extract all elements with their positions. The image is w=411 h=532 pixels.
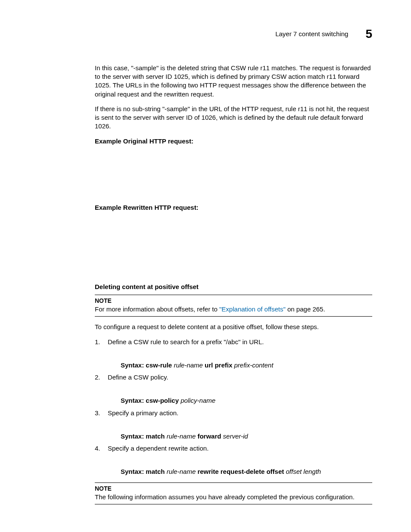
header-title: Layer 7 content switching <box>275 30 348 38</box>
note-text: For more information about offsets, refe… <box>95 305 372 314</box>
paragraph: If there is no sub-string "-sample" in t… <box>95 105 372 131</box>
list-item: Define a CSW rule to search for a prefix… <box>95 338 372 370</box>
link-explanation-of-offsets[interactable]: "Explanation of offsets" <box>219 305 286 313</box>
paragraph: In this case, "-sample" is the deleted s… <box>95 64 372 99</box>
note-box: NOTE The following information assumes y… <box>95 482 372 504</box>
syntax-line: Syntax: match rule-name forward server-i… <box>108 432 372 441</box>
subheading: Deleting content at positive offset <box>95 283 372 291</box>
list-item: Define a CSW policy. Syntax: csw-policy … <box>95 373 372 405</box>
list-item: Specify a dependent rewrite action. Synt… <box>95 444 372 476</box>
page-header: Layer 7 content switching 5 <box>39 26 372 42</box>
example-label: Example Rewritten HTTP request: <box>95 203 372 212</box>
syntax-line: Syntax: csw-rule rule-name url prefix pr… <box>108 361 372 370</box>
note-label: NOTE <box>95 297 372 305</box>
intro-text: To configure a request to delete content… <box>95 323 372 331</box>
list-item: Specify a primary action. Syntax: match … <box>95 409 372 441</box>
steps-list: Define a CSW rule to search for a prefix… <box>95 338 372 476</box>
syntax-line: Syntax: match rule-name rewrite request-… <box>108 467 372 476</box>
note-box: NOTE For more information about offsets,… <box>95 295 372 317</box>
example-label: Example Original HTTP request: <box>95 137 372 146</box>
header-number: 5 <box>365 26 372 42</box>
note-label: NOTE <box>95 485 372 493</box>
syntax-line: Syntax: csw-policy policy-name <box>108 396 372 405</box>
note-text: The following information assumes you ha… <box>95 493 372 501</box>
